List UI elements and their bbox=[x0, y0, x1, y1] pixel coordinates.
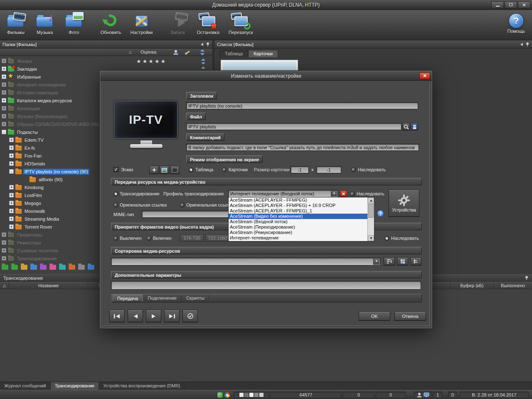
sort-order-button[interactable] bbox=[384, 257, 395, 266]
collapse-panel-icon[interactable] bbox=[201, 43, 203, 46]
profile-option[interactable]: AceStream (ACEPLAYER - FFMPEG) bbox=[229, 197, 367, 203]
tab-scripts[interactable]: Скрипты bbox=[182, 295, 209, 302]
quick-folder-icon[interactable] bbox=[40, 265, 47, 270]
toolbar-help-button[interactable]: Помощь bbox=[505, 12, 528, 34]
collapse-panel-icon[interactable] bbox=[520, 43, 523, 46]
toolbar-photo-button[interactable]: Фото bbox=[62, 12, 86, 35]
tab-transcoding[interactable]: Транскодирование bbox=[51, 382, 99, 390]
toolbar-start-button[interactable]: Запуск bbox=[166, 12, 190, 35]
display-table-radio[interactable] bbox=[189, 167, 193, 172]
priority-on-radio[interactable] bbox=[147, 236, 151, 241]
expander-icon[interactable]: - bbox=[9, 169, 14, 174]
transcoding-radio[interactable] bbox=[113, 192, 118, 196]
transcode-profile-combobox[interactable]: Интернет-телевидение (Входной поток) bbox=[228, 190, 338, 197]
toolbar-stop-button[interactable]: Остановка bbox=[195, 12, 221, 35]
expander-icon[interactable]: + bbox=[2, 106, 6, 111]
quick-folder-icon[interactable] bbox=[2, 265, 8, 270]
expander-icon[interactable]: + bbox=[2, 256, 6, 261]
display-inherit-radio[interactable] bbox=[351, 167, 356, 172]
expander-icon[interactable]: + bbox=[2, 114, 6, 118]
expander-icon[interactable]: + bbox=[9, 224, 14, 229]
tab-transfer[interactable]: Передача bbox=[113, 295, 143, 302]
expander-icon[interactable]: + bbox=[9, 217, 14, 221]
profile-option[interactable]: Интернет-телевидение bbox=[229, 235, 367, 241]
profile-option[interactable]: AceStream (ACEPLAYER - FFMPEG)_1 bbox=[229, 208, 367, 214]
column-done[interactable]: Выполнено bbox=[494, 282, 532, 289]
toolbar-restart-button[interactable]: Перезапуск bbox=[227, 12, 255, 35]
display-cards-radio[interactable] bbox=[222, 167, 227, 172]
tree-item[interactable]: + Жанры bbox=[0, 57, 212, 65]
cancel-button[interactable]: Отмена bbox=[394, 311, 426, 321]
ok-button[interactable]: OK bbox=[359, 311, 390, 321]
user-filter-icon[interactable] bbox=[173, 49, 179, 56]
quick-folder-icon[interactable] bbox=[30, 265, 37, 270]
transcode-sort-icon[interactable]: △ bbox=[0, 282, 9, 289]
expander-icon[interactable]: + bbox=[9, 161, 14, 166]
profile-delete-button[interactable]: ✕ bbox=[340, 190, 347, 197]
file-input[interactable]: IPTV playlists bbox=[186, 123, 401, 130]
expander-icon[interactable]: + bbox=[9, 153, 14, 158]
column-buffer[interactable]: Буфер (кБ) bbox=[451, 282, 494, 289]
devices-button[interactable]: Устройства bbox=[389, 190, 419, 217]
profile-option[interactable]: AceStream (Перекодирование) bbox=[229, 224, 367, 230]
card-width-input[interactable]: -1 bbox=[291, 166, 309, 173]
tab-playback-devices[interactable]: Устройства воспроизведения (DMR) bbox=[99, 382, 185, 390]
sort-tree-button[interactable] bbox=[410, 257, 421, 266]
pin-icon[interactable] bbox=[206, 42, 210, 47]
expander-icon[interactable]: + bbox=[2, 122, 6, 126]
expander-icon[interactable]: + bbox=[2, 82, 6, 87]
sort-grid-button[interactable] bbox=[397, 257, 408, 266]
comment-input[interactable]: В папку добавить подкаст, где в поле "Сс… bbox=[186, 144, 419, 151]
thumbnail-checkbox[interactable] bbox=[113, 167, 118, 172]
scrollbar-thumb[interactable] bbox=[368, 204, 374, 218]
expander-icon[interactable]: + bbox=[9, 193, 14, 197]
expander-icon[interactable]: + bbox=[2, 240, 6, 245]
original-link-radio[interactable] bbox=[113, 203, 118, 207]
toolbar-settings-button[interactable]: Настройки bbox=[129, 12, 155, 35]
rating-column-label[interactable]: Оценка bbox=[140, 49, 156, 54]
range-576-720-button[interactable]: 576-720 bbox=[180, 234, 204, 242]
priority-off-radio[interactable] bbox=[113, 236, 118, 241]
folders-column-header[interactable]: △ Оценка bbox=[0, 49, 212, 56]
title-input[interactable]: IPTV playlists (no console) bbox=[186, 102, 418, 109]
thumb-generate-button[interactable] bbox=[149, 166, 159, 174]
quick-folder-icon[interactable] bbox=[88, 265, 94, 270]
sort-ascending-icon[interactable]: △ bbox=[129, 50, 132, 54]
original-link2-radio[interactable] bbox=[180, 203, 185, 207]
minimize-button[interactable] bbox=[491, 1, 504, 8]
chevron-down-icon[interactable] bbox=[331, 191, 337, 197]
last-record-button[interactable] bbox=[164, 310, 180, 323]
tab-message-log[interactable]: Журнал сообщений bbox=[0, 382, 51, 390]
range-722-1080-button[interactable]: 722-1080 bbox=[205, 234, 230, 242]
next-record-button[interactable] bbox=[146, 310, 161, 323]
row-updown-icon[interactable] bbox=[201, 58, 206, 66]
expander-icon[interactable]: + bbox=[2, 90, 6, 95]
expander-icon[interactable]: + bbox=[9, 209, 14, 213]
profile-option[interactable]: AceStream (Видео без изменения) bbox=[229, 214, 367, 219]
chevron-down-icon[interactable] bbox=[373, 259, 379, 265]
pin-icon[interactable] bbox=[525, 276, 529, 281]
profile-option[interactable]: AceStream (Входной поток) bbox=[229, 219, 367, 224]
scroll-down-icon[interactable] bbox=[368, 235, 374, 241]
expander-icon[interactable]: + bbox=[9, 145, 14, 150]
updown-sort-icon[interactable] bbox=[200, 49, 205, 57]
thumb-clear-button[interactable] bbox=[170, 166, 180, 174]
toolbar-refresh-button[interactable]: Обновить bbox=[99, 12, 123, 35]
quick-folder-icon[interactable] bbox=[21, 265, 27, 270]
quick-folder-icon[interactable] bbox=[78, 265, 85, 270]
tab-cards[interactable]: Карточки bbox=[248, 50, 278, 57]
quick-folder-icon[interactable] bbox=[49, 265, 56, 270]
quick-folder-icon[interactable] bbox=[59, 265, 66, 270]
tab-connection[interactable]: Подключение bbox=[143, 295, 181, 302]
expander-icon[interactable]: + bbox=[9, 138, 14, 142]
previous-record-button[interactable] bbox=[128, 310, 143, 323]
quick-folder-icon[interactable] bbox=[69, 265, 75, 270]
expander-icon[interactable]: + bbox=[2, 232, 6, 237]
close-button[interactable]: × bbox=[518, 1, 530, 8]
expander-icon[interactable]: + bbox=[2, 66, 6, 71]
priority-inherit-radio[interactable] bbox=[384, 236, 389, 241]
extra-params-input[interactable] bbox=[111, 281, 421, 290]
tools-filter-icon[interactable] bbox=[185, 49, 190, 56]
transfer-inherit-radio[interactable] bbox=[350, 192, 355, 196]
expander-icon[interactable]: + bbox=[9, 185, 14, 190]
